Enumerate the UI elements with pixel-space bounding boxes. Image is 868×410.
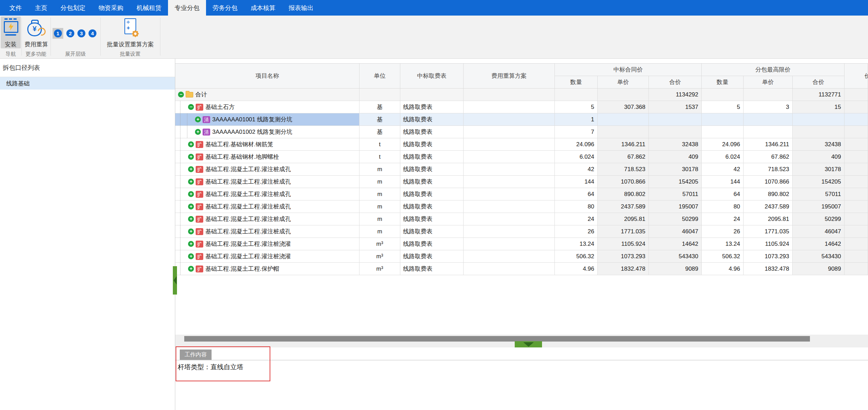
table-row[interactable]: +扩基础工程.混凝土工程.灌注桩成孔m线路取费表261771.035460472…	[175, 225, 868, 238]
expand-node-icon[interactable]: +	[188, 141, 194, 147]
cell-bt[interactable]: 57011	[649, 188, 702, 201]
cell-st[interactable]	[793, 113, 844, 126]
cell-bt[interactable]	[649, 126, 702, 138]
column-header-recalc-plan[interactable]: 费用重算方案	[464, 64, 555, 88]
cell-unit[interactable]: 基	[360, 126, 400, 138]
cell-sp[interactable]: 1073.293	[744, 250, 793, 263]
cell-unit[interactable]: m	[360, 176, 400, 188]
cell-fee[interactable]	[400, 88, 464, 101]
table-row[interactable]: −合计11342921132771	[175, 88, 868, 101]
cell-bp[interactable]: 2437.589	[598, 201, 649, 213]
cell-st[interactable]: 46047	[793, 225, 844, 238]
cell-px[interactable]	[844, 188, 868, 201]
cell-px[interactable]	[844, 101, 868, 113]
cell-st[interactable]: 409	[793, 151, 844, 163]
column-header-bid-unit-price[interactable]: 单价	[598, 76, 649, 88]
expand-level-3-button[interactable]: 3	[77, 29, 85, 37]
cell-st[interactable]: 30178	[793, 163, 844, 176]
cell-project-name[interactable]: +扩基础工程.混凝土工程.灌注桩成孔	[175, 188, 360, 201]
tab-professional-subcontract[interactable]: 专业分包	[168, 0, 206, 16]
expand-node-icon[interactable]: +	[188, 253, 194, 259]
table-row[interactable]: +扩基础工程.混凝土工程.灌注桩成孔m线路取费表802437.589195007…	[175, 201, 868, 213]
cell-bp[interactable]: 1070.866	[598, 176, 649, 188]
cell-project-name[interactable]: +扩基础工程.基础钢材.地脚螺栓	[175, 151, 360, 163]
cell-sq[interactable]: 144	[702, 176, 744, 188]
expand-node-icon[interactable]: +	[188, 154, 194, 160]
cell-bq[interactable]	[555, 88, 598, 101]
cell-plan[interactable]	[464, 151, 555, 163]
tab-file[interactable]: 文件	[3, 0, 28, 16]
expand-node-icon[interactable]: +	[188, 204, 194, 209]
cell-st[interactable]: 543430	[793, 250, 844, 263]
table-row[interactable]: +扩基础工程.混凝土工程.保护帽m³线路取费表4.961832.47890894…	[175, 263, 868, 275]
horizontal-splitter-collapse-handle[interactable]	[515, 341, 542, 347]
cell-px[interactable]	[844, 151, 868, 163]
cell-px[interactable]	[844, 201, 868, 213]
cell-px[interactable]	[844, 250, 868, 263]
cell-unit[interactable]: m	[360, 201, 400, 213]
cell-plan[interactable]	[464, 213, 555, 225]
cell-project-name[interactable]: +清3AAAAAA01002 线路复测分坑	[175, 126, 360, 138]
cell-fee[interactable]: 线路取费表	[400, 263, 464, 275]
cell-sp[interactable]: 1105.924	[744, 238, 793, 250]
cell-sp[interactable]: 1346.211	[744, 138, 793, 151]
cell-sp[interactable]: 890.802	[744, 188, 793, 201]
expand-node-icon[interactable]: +	[188, 191, 194, 197]
cell-bq[interactable]: 24	[555, 213, 598, 225]
cell-bt[interactable]: 50299	[649, 213, 702, 225]
cell-st[interactable]: 195007	[793, 201, 844, 213]
expand-node-icon[interactable]: +	[188, 229, 194, 234]
cell-bq[interactable]: 26	[555, 225, 598, 238]
cell-project-name[interactable]: +扩基础工程.混凝土工程.灌注桩浇灌	[175, 238, 360, 250]
cell-sq[interactable]: 4.96	[702, 263, 744, 275]
cell-st[interactable]: 9089	[793, 263, 844, 275]
cell-bq[interactable]: 64	[555, 188, 598, 201]
cell-unit[interactable]	[360, 88, 400, 101]
cell-bq[interactable]: 4.96	[555, 263, 598, 275]
cell-fee[interactable]: 线路取费表	[400, 151, 464, 163]
cell-sq[interactable]: 26	[702, 225, 744, 238]
cell-sp[interactable]	[744, 88, 793, 101]
cell-unit[interactable]: m³	[360, 263, 400, 275]
cell-plan[interactable]	[464, 176, 555, 188]
cell-sp[interactable]	[744, 113, 793, 126]
cell-project-name[interactable]: −合计	[175, 88, 360, 101]
collapse-node-icon[interactable]: −	[178, 92, 184, 97]
cell-bp[interactable]: 890.802	[598, 188, 649, 201]
expand-node-icon[interactable]: +	[195, 129, 201, 135]
cell-bt[interactable]: 32438	[649, 138, 702, 151]
cell-plan[interactable]	[464, 126, 555, 138]
column-header-bid-total[interactable]: 合价	[649, 76, 702, 88]
cell-project-name[interactable]: +扩基础工程.混凝土工程.灌注桩浇灌	[175, 250, 360, 263]
expand-node-icon[interactable]: +	[188, 266, 194, 272]
cell-unit[interactable]: m	[360, 163, 400, 176]
cell-fee[interactable]: 线路取费表	[400, 250, 464, 263]
cell-plan[interactable]	[464, 250, 555, 263]
cell-bq[interactable]: 13.24	[555, 238, 598, 250]
column-header-unit[interactable]: 单位	[360, 64, 400, 88]
table-row[interactable]: +扩基础工程.混凝土工程.灌注桩成孔m线路取费表64890.8025701164…	[175, 188, 868, 201]
expand-node-icon[interactable]: +	[188, 179, 194, 185]
cell-px[interactable]	[844, 113, 868, 126]
cell-plan[interactable]	[464, 101, 555, 113]
cell-project-name[interactable]: −扩基础土石方	[175, 101, 360, 113]
tab-machine-rental[interactable]: 机械租赁	[130, 0, 168, 16]
cell-plan[interactable]	[464, 225, 555, 238]
cell-fee[interactable]: 线路取费表	[400, 113, 464, 126]
tab-subpackage-delimit[interactable]: 分包划定	[54, 0, 92, 16]
batch-set-recalc-plan-button[interactable]: 批量设置重算方案	[101, 17, 160, 48]
cell-sq[interactable]	[702, 126, 744, 138]
cell-sp[interactable]: 67.862	[744, 151, 793, 163]
cell-st[interactable]: 32438	[793, 138, 844, 151]
cell-sq[interactable]	[702, 88, 744, 101]
cell-sp[interactable]: 1070.866	[744, 176, 793, 188]
install-button[interactable]: 安装	[1, 17, 21, 48]
cell-bq[interactable]: 7	[555, 126, 598, 138]
cell-px[interactable]	[844, 138, 868, 151]
expand-level-1-button[interactable]: 1	[54, 29, 62, 37]
expand-node-icon[interactable]: +	[188, 216, 194, 222]
table-row[interactable]: +清3AAAAAA01001 线路复测分坑基线路取费表1	[175, 113, 868, 126]
cell-st[interactable]: 50299	[793, 213, 844, 225]
cell-bq[interactable]: 42	[555, 163, 598, 176]
cell-project-name[interactable]: +扩基础工程.混凝土工程.保护帽	[175, 263, 360, 275]
